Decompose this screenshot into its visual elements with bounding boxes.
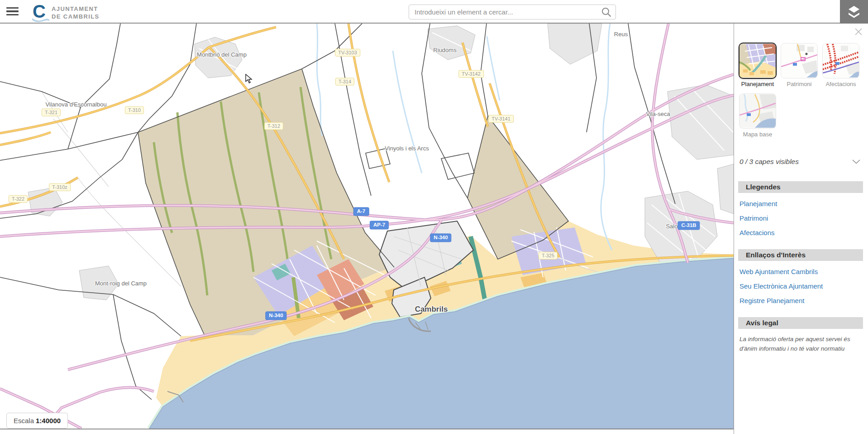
thumb-afectacions-art [823,43,859,78]
legal-text: La informació oferta per aquest servei é… [738,335,861,354]
search-bar [409,5,616,19]
interest-links-header: Enllaços d'Interès [738,249,863,261]
legend-link-patrimoni[interactable]: Patrimoni [738,214,861,222]
thumb-mapa-base-label: Mapa base [739,131,776,138]
legend-link-afectacions[interactable]: Afectacions [738,229,861,236]
thumb-planejament-art [739,43,776,78]
legends-header: Llegendes [738,181,863,193]
thumb-patrimoni-art [781,43,817,78]
thumb-afectacions[interactable]: Afectacions [823,43,859,87]
thumb-afectacions-label: Afectacions [823,81,859,87]
thumb-mapa-base-art [739,94,776,128]
link-registre-planejament[interactable]: Registre Planejament [738,297,861,304]
scale-indicator: Escala1:40000 [6,413,68,429]
layers-visible-status: 0 / 3 capes visibles [739,158,799,166]
logo-wave-icon [32,17,50,23]
app-root: C AJUNTAMENT DE CAMBRILS [0,0,868,434]
thumb-patrimoni[interactable]: Patrimoni [781,43,817,87]
bottom-strip [0,429,734,434]
logo-text: AJUNTAMENT DE CAMBRILS [52,5,100,21]
link-seu-electronica[interactable]: Seu Electrònica Ajuntament [738,282,861,290]
layers-icon [846,4,862,19]
map-column: Montbrió del CampVilanova d'EscornalbouR… [0,24,734,434]
logo-c-mark: C [33,1,48,22]
close-icon[interactable] [854,27,863,37]
thumb-mapa-base[interactable]: Mapa base [739,94,776,138]
legal-header: Avís legal [738,317,863,329]
layers-panel: Planejament [734,24,868,434]
hamburger-menu-icon[interactable] [6,7,22,18]
scale-value: 1:40000 [36,417,61,424]
map-canvas[interactable]: Montbrió del CampVilanova d'EscornalbouR… [0,24,734,429]
layers-button[interactable] [840,0,868,24]
chevron-down-icon[interactable] [851,156,861,168]
search-icon[interactable] [601,7,612,18]
logo-line1: AJUNTAMENT [52,5,100,13]
thumb-planejament[interactable]: Planejament [739,43,776,87]
cambrils-logo: C AJUNTAMENT DE CAMBRILS [33,1,100,22]
legend-link-planejament[interactable]: Planejament [738,200,861,207]
basemap-thumbnails: Planejament [738,43,861,144]
map-artwork [0,24,734,429]
logo-line2: DE CAMBRILS [52,13,100,21]
link-web-ajuntament[interactable]: Web Ajuntament Cambrils [738,268,861,275]
thumb-planejament-label: Planejament [739,81,776,87]
search-input[interactable] [409,5,616,19]
app-header: C AJUNTAMENT DE CAMBRILS [0,0,868,24]
scale-label: Escala [14,417,34,424]
thumb-patrimoni-label: Patrimoni [781,81,817,87]
layer-visibility-row: 0 / 3 capes visibles [738,156,861,168]
